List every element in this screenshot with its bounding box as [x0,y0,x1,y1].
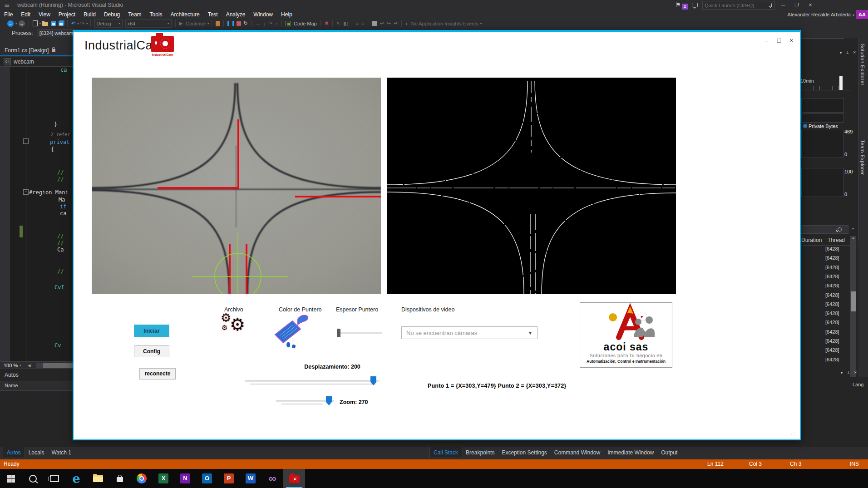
tab-immediate-window[interactable]: Immediate Window [604,447,657,458]
menu-debug[interactable]: Debug [100,11,124,19]
event-row-thread[interactable]: [6428] [825,311,839,316]
event-row-thread[interactable]: [6428] [825,301,839,307]
side-tab-solution-explorer[interactable]: Solution Explorer [860,44,865,85]
event-row-thread[interactable]: [6428] [825,265,839,270]
menu-window[interactable]: Window [249,11,277,19]
fold-collapse-icon[interactable]: − [23,138,29,144]
scrollbar-thumb[interactable] [851,291,856,311]
feedback-icon[interactable] [692,3,698,7]
events-search-box[interactable] [800,225,848,234]
menu-tools[interactable]: Tools [146,11,167,19]
undo-icon[interactable]: ↶ [71,20,75,26]
espesor-slider-thumb[interactable] [337,329,340,337]
tab-watch-1[interactable]: Watch 1 [48,447,75,458]
tab-exception-settings[interactable]: Exception Settings [498,447,550,458]
arrow1-icon[interactable]: ↩ [380,20,384,26]
account-avatar[interactable]: AA [856,10,868,19]
pointer-icon[interactable]: ↖ [336,20,340,26]
arrow2-icon[interactable]: ↪ [387,20,391,26]
menu-file[interactable]: File [0,11,17,19]
stop-debugging-icon[interactable] [237,21,241,26]
redo-icon[interactable]: ↷ [80,20,84,26]
taskbar-file-explorer-icon[interactable] [87,469,109,488]
panel-menu-icon[interactable]: ▾ [840,370,843,375]
menu-view[interactable]: View [35,11,54,19]
event-row-thread[interactable]: [6428] [825,283,839,288]
notification-count-badge[interactable]: 2 [682,4,688,10]
code-map-label[interactable]: Code Map [294,21,317,26]
show-next-statement-icon[interactable]: → [256,21,261,26]
taskbar-task-view-icon[interactable] [44,469,65,488]
menu-test[interactable]: Test [204,11,222,19]
menu-team[interactable]: Team [124,11,145,19]
reconectar-button[interactable]: reconecte [139,368,176,380]
language-column[interactable]: Lang [853,382,863,387]
close-icon[interactable]: × [854,370,857,375]
taskbar-search-icon[interactable] [22,469,44,488]
espesor-slider[interactable] [337,328,382,337]
notifications-flag-icon[interactable]: ⚑ [676,1,681,8]
new-file-icon[interactable] [33,20,38,26]
taskbar-onenote-icon[interactable]: N [174,469,196,488]
navigate-back-icon[interactable]: ← [7,20,14,27]
panel-chrome-bottom[interactable]: ▾ ⊥ × [840,370,857,375]
account-name[interactable]: Alexander Recalde Arboleda ▾ [787,11,854,19]
app-minimize-button[interactable]: – [762,37,772,44]
taskbar-powerpoint-icon[interactable]: P [218,469,240,488]
app-close-button[interactable]: × [786,37,796,44]
taskbar-store-icon[interactable] [109,469,131,488]
minimize-button[interactable]: ─ [777,0,789,10]
menu-help[interactable]: Help [277,11,296,19]
menu-analyze[interactable]: Analyze [222,11,250,19]
pin-icon[interactable]: ⊥ [845,50,849,55]
event-row-thread[interactable]: [6428] [825,292,839,298]
taskbar-visual-studio-icon[interactable]: ∞ [261,469,283,488]
config-button[interactable]: Config [134,345,169,357]
menu-edit[interactable]: Edit [17,11,35,19]
event-row-thread[interactable]: [6428] [825,274,839,279]
taskbar-excel-icon[interactable]: X [153,469,174,488]
code-map-icon[interactable] [286,21,291,26]
menu-build[interactable]: Build [79,11,100,19]
event-row-thread[interactable]: [6428] [825,329,839,335]
pin-icon[interactable]: ⊥ [846,370,850,375]
resize-grip[interactable]: .:: [791,430,796,435]
break-all-icon[interactable] [227,21,234,26]
restore-button[interactable]: ❐ [791,0,803,10]
tab-call-stack[interactable]: Call Stack [429,447,462,458]
insights-label[interactable]: No Application Insights Events [411,21,478,26]
desplazamiento-slider[interactable] [245,376,379,386]
step-over-icon[interactable]: ↷ [268,20,272,26]
close-icon[interactable]: × [853,50,856,55]
layout-icon[interactable]: ◧ [343,20,348,26]
timeline-ruler[interactable] [800,86,851,90]
event-row-thread[interactable]: [6428] [825,255,839,261]
menu-architecture[interactable]: Architecture [167,11,204,19]
open-file-icon[interactable] [42,22,48,26]
event-row-thread[interactable]: [6428] [825,320,839,325]
taskbar-word-icon[interactable]: W [240,469,261,488]
restart-icon[interactable]: ↻ [244,20,248,26]
navigate-forward-icon[interactable]: → [19,20,25,27]
app-maximize-button[interactable]: □ [774,37,784,44]
intellitrace-icon[interactable]: ✖ [325,20,329,26]
editor-zoom-level[interactable]: 100 % [4,363,18,368]
list-icon[interactable]: ≡ [356,21,359,26]
event-row-thread[interactable]: [6428] [825,338,839,344]
step-out-icon[interactable]: ↑ [275,21,278,26]
archivo-gears-icon[interactable]: ⚙ ⚙ ⚙ [222,314,251,342]
taskbar-start-icon[interactable] [0,469,22,488]
solution-platforms-combo[interactable]: x64▾ [125,20,172,28]
sort-icon[interactable]: ≡ [361,21,364,26]
zoom-slider-thumb[interactable] [326,396,332,405]
event-row-thread[interactable]: [6428] [825,246,839,251]
continue-icon[interactable]: ▶ [179,20,183,26]
timeline-scrubber[interactable] [839,76,843,90]
toolbar-grip[interactable] [2,20,4,27]
tab-locals[interactable]: Locals [25,447,48,458]
camera-device-combo[interactable]: No se encuentran cámaras ▼ [401,326,538,339]
zoom-slider[interactable] [276,396,334,406]
events-table-header[interactable]: Duration Thread [800,236,850,246]
step-into-icon[interactable]: ↓ [263,21,266,26]
quick-launch-input[interactable] [703,3,771,8]
